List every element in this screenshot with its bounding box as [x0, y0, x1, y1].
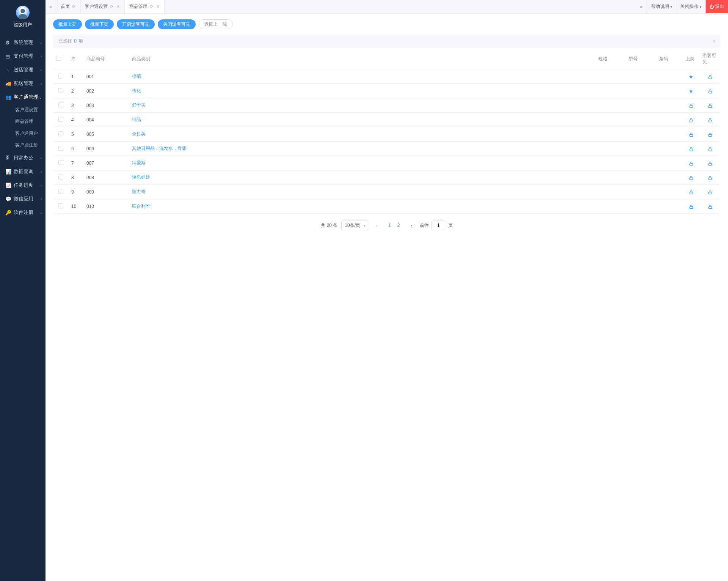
row-checkbox[interactable] [58, 175, 63, 179]
row-checkbox[interactable] [58, 117, 63, 122]
category-link[interactable]: 纸品 [132, 117, 141, 122]
tab-1[interactable]: 客户通设置⟳✕ [80, 0, 125, 13]
cell-code: 001 [83, 69, 129, 84]
sidebar-item-4[interactable]: 👥客户通管理⌄ [0, 90, 46, 104]
refresh-icon[interactable]: ⟳ [110, 4, 113, 9]
lock-icon[interactable] [708, 117, 713, 123]
sidebar-subitem-4-0[interactable]: 客户通设置 [0, 104, 46, 116]
tab-0[interactable]: 首页⟳ [56, 0, 80, 13]
guest-off-button[interactable]: 关闭游客可见 [158, 19, 196, 29]
refresh-icon[interactable]: ⟳ [150, 4, 153, 9]
lock-icon[interactable] [708, 73, 713, 79]
sidebar-subitem-4-2[interactable]: 客户通用户 [0, 128, 46, 139]
close-icon[interactable]: ✕ [116, 4, 120, 9]
tab-2[interactable]: 商品管理⟳✕ [125, 0, 165, 13]
action-bar: 批量上架 批量下架 开启游客可见 关闭游客可见 返回上一级 [53, 19, 720, 29]
category-link[interactable]: 快乐娃娃 [132, 175, 150, 180]
select-all-checkbox[interactable] [56, 56, 61, 61]
category-link[interactable]: 其他日用品，洗发水，脊霜 [132, 146, 187, 151]
menu-label: 任务进度 [14, 182, 41, 189]
chevron-right-icon: › [41, 170, 42, 174]
sidebar-item-7[interactable]: 📈任务进度› [0, 178, 46, 192]
sidebar-subitem-4-3[interactable]: 客户通注册 [0, 139, 46, 151]
total-text: 共 20 条 [321, 222, 337, 229]
sidebar-item-1[interactable]: ▤支付管理› [0, 49, 46, 63]
lock-icon[interactable] [708, 131, 713, 137]
bulk-off-button[interactable]: 批量下架 [85, 19, 114, 29]
back-button[interactable]: 返回上一级 [199, 19, 233, 29]
cell-barcode [656, 127, 682, 142]
page-number-1[interactable]: 1 [385, 220, 394, 230]
lock-icon[interactable] [708, 145, 713, 151]
row-checkbox[interactable] [58, 189, 63, 194]
category-link[interactable]: 传化 [132, 88, 141, 93]
jump-input[interactable] [431, 220, 445, 230]
page-number-2[interactable]: 2 [394, 220, 403, 230]
refresh-icon[interactable]: ⟳ [72, 4, 75, 9]
row-checkbox[interactable] [58, 160, 63, 165]
lock-icon[interactable] [708, 203, 713, 209]
chevron-right-icon: › [41, 183, 42, 187]
row-checkbox[interactable] [58, 102, 63, 107]
next-page-button[interactable]: › [407, 220, 416, 230]
star-icon[interactable]: ★ [689, 74, 693, 80]
lock-icon[interactable] [689, 174, 694, 180]
category-link[interactable]: 联合利华 [132, 203, 150, 209]
prev-page-button[interactable]: ‹ [372, 220, 381, 230]
sidebar-item-9[interactable]: 🔑软件注册› [0, 206, 46, 219]
cell-spec [595, 185, 626, 199]
sidebar-item-8[interactable]: 💬微信应用› [0, 192, 46, 206]
pagination: 共 20 条 10条/页 ‹ 12 › 前往 页 [53, 214, 720, 233]
sidebar-item-5[interactable]: 🗄日常办公› [0, 151, 46, 165]
lock-icon[interactable] [708, 88, 713, 94]
sidebar-subitem-4-1[interactable]: 商品管理 [0, 116, 46, 128]
close-icon[interactable]: ✕ [712, 39, 716, 44]
category-link[interactable]: 全日美 [132, 131, 146, 137]
cell-barcode [656, 199, 682, 214]
sidebar-item-3[interactable]: 🚚配送管理› [0, 77, 46, 90]
sidebar-item-2[interactable]: ⛬巡店管理› [0, 63, 46, 77]
menu-icon: 🔑 [5, 210, 11, 216]
guest-on-button[interactable]: 开启游客可见 [117, 19, 155, 29]
lock-icon[interactable] [689, 117, 694, 123]
lock-icon[interactable] [689, 131, 694, 137]
row-checkbox[interactable] [58, 88, 63, 93]
lock-icon[interactable] [689, 203, 694, 209]
row-checkbox[interactable] [58, 203, 63, 208]
category-link[interactable]: 隆力奇 [132, 189, 146, 194]
tab-label: 客户通设置 [85, 3, 108, 10]
lock-icon[interactable] [689, 145, 694, 151]
row-checkbox[interactable] [58, 74, 63, 79]
lock-icon[interactable] [708, 160, 713, 166]
power-icon: ⏻ [709, 4, 714, 9]
lock-icon[interactable] [708, 189, 713, 195]
row-checkbox[interactable] [58, 131, 63, 136]
lock-icon[interactable] [708, 174, 713, 180]
svg-rect-3 [708, 105, 711, 107]
category-link[interactable]: 榄菊 [132, 74, 141, 79]
sidebar-item-6[interactable]: 📊数据查询› [0, 165, 46, 178]
table-row: 7007纳爱斯 [53, 156, 720, 170]
category-link[interactable]: 纳爱斯 [132, 160, 146, 165]
tab-label: 首页 [61, 3, 70, 10]
help-menu[interactable]: 帮助说明 ▾ [647, 0, 676, 13]
col-barcode: 条码 [656, 49, 682, 69]
page-size-select[interactable]: 10条/页 [341, 220, 368, 230]
tabs-scroll-left[interactable]: « [46, 0, 56, 13]
lock-icon[interactable] [689, 102, 694, 108]
lock-icon[interactable] [689, 189, 694, 195]
row-checkbox[interactable] [58, 146, 63, 151]
category-link[interactable]: 舒华美 [132, 102, 146, 108]
cell-code: 006 [83, 142, 129, 156]
close-icon[interactable]: ✕ [156, 4, 160, 9]
col-code: 商品编号 [83, 49, 129, 69]
star-icon[interactable]: ★ [689, 88, 693, 94]
sidebar-item-0[interactable]: ⚙系统管理› [0, 36, 46, 49]
cell-seq: 10 [68, 199, 83, 214]
lock-icon[interactable] [708, 102, 713, 108]
tabs-scroll-right[interactable]: » [636, 0, 647, 13]
close-ops-menu[interactable]: 关闭操作 ▾ [676, 0, 705, 13]
exit-button[interactable]: ⏻ 退出 [705, 0, 728, 13]
bulk-on-button[interactable]: 批量上架 [53, 19, 82, 29]
lock-icon[interactable] [689, 160, 694, 166]
